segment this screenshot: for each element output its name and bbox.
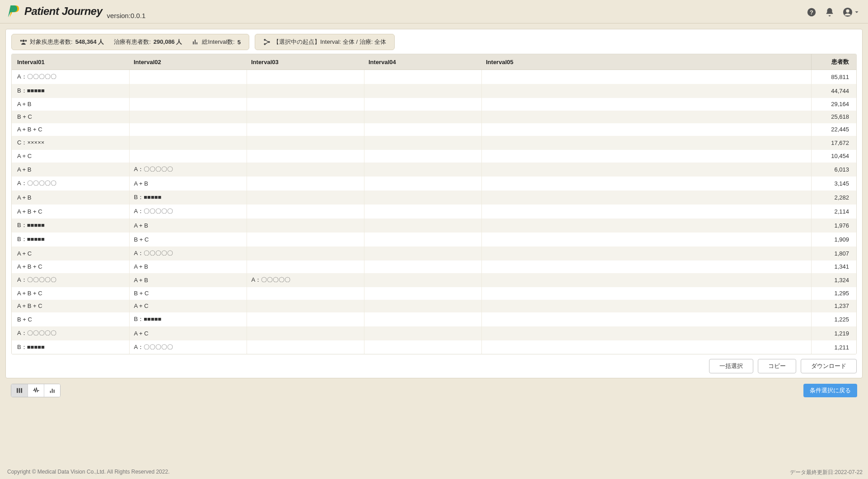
view-waveform-button[interactable] [28,384,44,397]
cell-patient-count: 1,341 [811,260,856,273]
table-row[interactable]: A + B + CA + B1,341 [12,260,856,273]
table-row[interactable]: A + BA：〇〇〇〇〇6,013 [12,163,856,177]
cell-interval02: A：〇〇〇〇〇 [129,163,247,177]
view-table-button[interactable] [11,384,28,397]
back-to-conditions-button[interactable]: 条件選択に戻る [803,384,857,397]
select-all-button[interactable]: 一括選択 [709,359,753,373]
cell-interval03 [247,287,364,300]
copy-button[interactable]: コピー [758,359,796,373]
cell-interval04 [364,123,481,136]
cell-interval04 [364,326,481,340]
app-version: version:0.0.1 [107,12,146,19]
chevron-down-icon [854,7,860,17]
cell-patient-count: 2,114 [811,205,856,219]
col-interval04[interactable]: Interval04 [364,54,481,70]
data-card: 対象疾患患者数: 548,364 人 治療有患者数: 290,086 人 総In… [5,29,863,378]
table-row[interactable]: B：■■■■■B + C1,909 [12,233,856,246]
cell-interval03 [247,98,364,111]
cell-interval03 [247,340,364,354]
cell-interval05 [481,70,811,84]
cell-interval02: A：〇〇〇〇〇 [129,205,247,219]
cell-interval05 [481,233,811,246]
interval-count-value: 5 [238,39,241,46]
cell-interval04 [364,136,481,150]
col-patient-count[interactable]: 患者数 [811,54,856,70]
cell-patient-count: 2,282 [811,191,856,205]
cell-interval03 [247,136,364,150]
treated-patients-label: 治療有患者数: [114,38,151,46]
table-row[interactable]: B：■■■■■44,744 [12,84,856,98]
cell-interval05 [481,273,811,287]
cohort-stats-pill: 対象疾患患者数: 548,364 人 治療有患者数: 290,086 人 総In… [11,34,249,50]
table-row[interactable]: B + CB：■■■■■1,225 [12,312,856,326]
cell-interval03 [247,246,364,260]
cell-interval03 [247,205,364,219]
target-patients-value: 548,364 人 [75,38,104,46]
cell-interval04 [364,233,481,246]
table-row[interactable]: A + BB：■■■■■2,282 [12,191,856,205]
table-row[interactable]: B + C25,618 [12,111,856,123]
table-row[interactable]: B：■■■■■A：〇〇〇〇〇1,211 [12,340,856,354]
cell-patient-count: 29,164 [811,98,856,111]
cell-interval02: A + B [129,273,247,287]
download-button[interactable]: ダウンロード [801,359,857,373]
treated-patients-value: 290,086 人 [154,38,182,46]
cell-interval01: A + B + C [12,260,129,273]
cell-interval02: B：■■■■■ [129,191,247,205]
cell-interval02 [129,150,247,163]
cell-interval02: B + C [129,287,247,300]
cell-interval03 [247,150,364,163]
cell-interval01: A：〇〇〇〇〇 [12,273,129,287]
data-updated-text: データ最終更新日:2022-07-22 [790,469,863,476]
cell-interval02: A + B [129,260,247,273]
origin-pill: 【選択中の起点】Interval: 全体 / 治療: 全体 [255,34,395,50]
cell-patient-count: 17,672 [811,136,856,150]
cell-interval01: A + C [12,246,129,260]
table-row[interactable]: A：〇〇〇〇〇A + B3,145 [12,177,856,191]
table-row[interactable]: A：〇〇〇〇〇A + C1,219 [12,326,856,340]
table-row[interactable]: A：〇〇〇〇〇85,811 [12,70,856,84]
table-row[interactable]: A + C10,454 [12,150,856,163]
cell-interval01: A：〇〇〇〇〇 [12,177,129,191]
cell-interval04 [364,177,481,191]
col-interval05[interactable]: Interval05 [481,54,811,70]
table-row[interactable]: A + B + CA：〇〇〇〇〇2,114 [12,205,856,219]
cell-interval02 [129,84,247,98]
cell-interval04 [364,340,481,354]
help-icon[interactable]: ? [807,7,817,17]
table-row[interactable]: B：■■■■■A + B1,976 [12,219,856,233]
svg-point-6 [268,41,270,43]
group-icon [20,38,27,46]
cell-interval01: A + B + C [12,205,129,219]
cell-interval02: A + C [129,326,247,340]
table-row[interactable]: A + B + CB + C1,295 [12,287,856,300]
bar-chart-icon [49,387,56,394]
table-row[interactable]: A + B + C22,445 [12,123,856,136]
cell-interval05 [481,312,811,326]
col-interval01[interactable]: Interval01 [12,54,129,70]
table-row[interactable]: A + CA：〇〇〇〇〇1,807 [12,246,856,260]
cell-interval01: B + C [12,111,129,123]
cell-interval01: B + C [12,312,129,326]
bell-icon[interactable] [825,7,835,17]
branch-icon [263,38,271,46]
cell-patient-count: 6,013 [811,163,856,177]
cell-patient-count: 1,295 [811,287,856,300]
table-row[interactable]: C：×××××17,672 [12,136,856,150]
user-menu[interactable] [843,7,860,17]
table-row[interactable]: A + B29,164 [12,98,856,111]
svg-text:?: ? [810,9,813,15]
table-header-row: Interval01 Interval02 Interval03 Interva… [12,54,856,70]
col-interval03[interactable]: Interval03 [247,54,364,70]
cell-interval05 [481,123,811,136]
cell-interval03 [247,163,364,177]
cell-interval02: A + B [129,177,247,191]
cell-interval05 [481,163,811,177]
table-row[interactable]: A：〇〇〇〇〇A + BA：〇〇〇〇〇1,324 [12,273,856,287]
table-row[interactable]: A + B + CA + C1,237 [12,300,856,312]
col-interval02[interactable]: Interval02 [129,54,247,70]
cell-interval02 [129,123,247,136]
cell-interval01: C：××××× [12,136,129,150]
view-barchart-button[interactable] [44,384,60,397]
cell-interval01: A + B [12,163,129,177]
